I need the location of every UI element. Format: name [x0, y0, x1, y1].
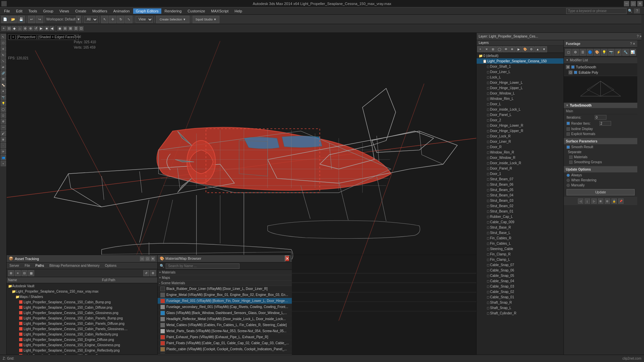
materials-checkbox[interactable]	[569, 156, 573, 159]
redo-btn[interactable]: ↪	[36, 16, 43, 23]
render-iters-checkbox[interactable]	[567, 122, 570, 125]
material-row[interactable]: Engine_Metal (VRayMtl) [Engine_Box_01, E…	[158, 292, 292, 298]
layer-add-btn[interactable]: +	[477, 46, 483, 52]
menu-maxscript[interactable]: MAXScript	[208, 8, 231, 14]
asset-tree-item[interactable]: Light_Propeller_Seaplane_Cessna_150_Cabi…	[7, 321, 157, 326]
smoothing-groups-checkbox[interactable]	[569, 161, 573, 164]
layer-item[interactable]: ◻ Strut_Beam_03	[477, 198, 564, 203]
menu-file[interactable]: File	[1, 8, 13, 14]
layer-item[interactable]: ◻ Strut_Beam_06	[477, 182, 564, 187]
layer-settings-btn[interactable]: ⚙	[528, 46, 534, 52]
lt-camera[interactable]: 📷	[1, 95, 6, 100]
prop-icon2[interactable]: ⚙	[572, 49, 579, 56]
viewport[interactable]: [ + ] [Perspective ] [Shaded + Edged Fac…	[7, 33, 476, 362]
asset-restore-btn[interactable]: □	[145, 256, 150, 261]
smooth-result-checkbox[interactable]	[567, 145, 570, 149]
tb2-btn2[interactable]: ⊟	[7, 26, 11, 31]
lt-link[interactable]: 🔗	[1, 70, 6, 76]
scale-btn[interactable]: ⤡	[125, 16, 132, 23]
asset-btn3[interactable]: ⊟	[21, 270, 28, 276]
asset-tree-item[interactable]: Light_Propeller_Seaplane_Cessna_150_Cabi…	[7, 326, 157, 331]
modifier-checkbox[interactable]	[571, 65, 575, 69]
layer-item[interactable]: ◻ Cable_Snap_04	[477, 278, 564, 284]
layer-item[interactable]: ◻ Door_Shaft_1	[477, 64, 564, 69]
lt-poly[interactable]: ⬡	[1, 40, 6, 46]
iterations-input[interactable]	[595, 115, 606, 120]
material-row[interactable]: Plastic_cabin (VRayMtl) [Cockpit, Cockpi…	[158, 346, 292, 352]
create-sel-btn[interactable]: Create Selection ▼	[156, 16, 190, 23]
asset-tree-item[interactable]: Light_Propeller_Seaplane_Cessna_150_Engi…	[7, 348, 157, 353]
material-row[interactable]: Glass (VRayMtl) [Back_Window, Dashboard_…	[158, 310, 292, 316]
select-filter[interactable]: All	[84, 16, 98, 23]
lt-population[interactable]: 👥	[1, 155, 6, 160]
view-select[interactable]: View	[136, 16, 153, 23]
asset-tree-item[interactable]: 📁 Maps / Shaders	[7, 294, 157, 299]
layer-item[interactable]: ◻ Door_Panel_R	[477, 166, 564, 171]
lt-scale[interactable]: ⤡	[1, 58, 6, 64]
modifier-list-section[interactable]: Modifier List	[564, 57, 637, 64]
when-rendering-radio[interactable]	[567, 179, 570, 182]
prop-icon1[interactable]: ◻	[565, 49, 572, 56]
layer-item[interactable]: ◻ Door_Hinge_Lower_L	[477, 80, 564, 85]
menu-tools[interactable]: Tools	[26, 8, 40, 14]
tb2-btn3[interactable]: ◆	[12, 26, 17, 31]
prop-bot-icon2[interactable]: |	[585, 198, 590, 204]
layer-item[interactable]: ◻ Steering_Cable	[477, 246, 564, 251]
tb2-btn1[interactable]: +	[1, 26, 6, 31]
prop-close-icon[interactable]: ✕	[633, 42, 635, 46]
prop-bot-icon7[interactable]: 📌	[618, 198, 624, 204]
layer-color-btn[interactable]: 🎨	[522, 46, 528, 52]
material-row[interactable]: Metal_Cables (VRayMtl) [Cables, Fin_Cabl…	[158, 322, 292, 328]
tb2-btn12[interactable]: ⊞	[63, 26, 67, 31]
lt-dynamics[interactable]: ⟳	[1, 149, 6, 154]
lt-particles[interactable]: ·	[1, 143, 6, 148]
menu-group[interactable]: Group	[40, 8, 56, 14]
select-btn[interactable]: ↖	[101, 16, 108, 23]
layer-item[interactable]: ◻ Cable_Snap_02	[477, 289, 564, 294]
close-btn[interactable]: ✕	[637, 1, 643, 6]
material-row[interactable]: Fuselage_secondary_Red_001 (VRayMtl) [Ca…	[158, 304, 292, 310]
layer-item[interactable]: ◻ Door_Hinge_Upper_R	[477, 128, 564, 133]
undo-btn[interactable]: ↩	[28, 16, 35, 23]
prop-help-icon[interactable]: ?	[630, 42, 632, 46]
layer-item[interactable]: ◻ Door_Hinge_Upper_L	[477, 85, 564, 90]
asset-tree-item[interactable]: Light_Propeller_Seaplane_Cessna_150_Cabi…	[7, 299, 157, 305]
lt-helper[interactable]: ✦	[1, 88, 6, 94]
menu-create[interactable]: Create	[72, 8, 89, 14]
tb2-btn13[interactable]: ⊠	[68, 26, 73, 31]
layers-scrollbar[interactable]	[641, 15, 644, 362]
tb2-btn6[interactable]: ⊗	[28, 26, 33, 31]
lt-spacewarp[interactable]: 〰	[1, 125, 6, 130]
tab-server[interactable]: Server	[8, 263, 20, 268]
tab-bitmap[interactable]: Bitmap Performance and Memory	[48, 263, 101, 268]
layer-item[interactable]: ◻ Door_Lock_R	[477, 133, 564, 139]
layer-item[interactable]: ◻ Door_inside_Lock_R	[477, 160, 564, 166]
asset-tree-item[interactable]: Light_Propeller_Seaplane_Cessna_150_Engi…	[7, 342, 157, 348]
layer-item[interactable]: 📁 0 (default)	[477, 53, 564, 58]
explicit-normals-checkbox[interactable]	[567, 132, 570, 136]
tb2-btn11[interactable]: ◉	[57, 26, 62, 31]
help-icon[interactable]: ?	[634, 8, 640, 13]
prop-icon8[interactable]: ⚡	[615, 49, 622, 56]
layer-item[interactable]: ◻ Shaft_Cylinder_R	[477, 310, 564, 316]
lt-select[interactable]: ↖	[1, 34, 6, 40]
lt-unlink[interactable]: ⛓	[1, 76, 6, 82]
maximize-btn[interactable]: □	[631, 1, 636, 6]
menu-modifiers[interactable]: Modifiers	[90, 8, 110, 14]
asset-close-btn[interactable]: ✕	[151, 256, 155, 261]
layer-item[interactable]: ◻ Strut_Beam_01	[477, 208, 564, 214]
layer-down-btn[interactable]: ▼	[541, 46, 547, 52]
open-btn[interactable]: 📂	[9, 16, 17, 23]
asset-tree-item[interactable]: Light_Propeller_Seaplane_Cessna_150_Engi…	[7, 337, 157, 342]
layer-item[interactable]: ◻ Cable_Snap_01	[477, 294, 564, 300]
prop-icon7[interactable]: 📷	[608, 49, 614, 56]
save-btn[interactable]: 💾	[17, 16, 25, 23]
prop-bot-icon6[interactable]: 🔒	[611, 198, 617, 204]
scene-materials-section[interactable]: - Scene Materials	[158, 281, 292, 286]
material-row[interactable]: Paint_Floats (VRayMtl) [Cable_Cap_01, Ca…	[158, 340, 292, 346]
layer-item[interactable]: ◻ Door_R	[477, 144, 564, 149]
material-row[interactable]: Black_Rubber_Door_Liner (VRayMtl) [Door_…	[158, 286, 292, 292]
layer-item[interactable]: ◻ Door_Window_L	[477, 90, 564, 96]
ts-collapse-icon[interactable]: ▼	[566, 104, 569, 107]
lt-rotate[interactable]: ↻	[1, 52, 6, 58]
